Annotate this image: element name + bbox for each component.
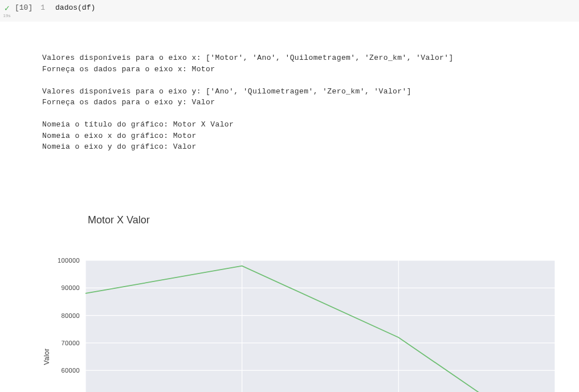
success-check-icon: ✓ bbox=[4, 5, 10, 12]
execution-count: [10] bbox=[14, 3, 37, 12]
code-content[interactable]: dados(df) bbox=[55, 3, 95, 12]
y-tick-label: 100000 bbox=[58, 257, 80, 264]
y-tick-label: 80000 bbox=[61, 312, 80, 319]
chart-title: Motor X Valor bbox=[88, 213, 579, 228]
notebook-cell: ✓ 19s [10] 1 dados(df) Valores disponíve… bbox=[0, 0, 579, 392]
y-tick-label: 70000 bbox=[61, 340, 80, 346]
line-chart: 3000040000500006000070000800009000010000… bbox=[34, 252, 570, 392]
y-tick-label: 90000 bbox=[61, 284, 80, 291]
execution-time: 19s bbox=[3, 13, 11, 18]
cell-output-area: Valores disponíveis para o eixo x: ['Mot… bbox=[0, 22, 579, 392]
plot-background bbox=[85, 260, 555, 392]
output-text: Valores disponíveis para o eixo x: ['Mot… bbox=[42, 52, 579, 153]
chart-container: Motor X Valor 30000400005000060000700008… bbox=[34, 190, 579, 392]
y-tick-label: 60000 bbox=[61, 367, 80, 374]
line-number: 1 bbox=[37, 3, 55, 12]
cell-gutter: ✓ 19s bbox=[0, 3, 14, 18]
y-axis-label: Valor bbox=[43, 348, 51, 365]
cell-input-area[interactable]: ✓ 19s [10] 1 dados(df) bbox=[0, 0, 579, 22]
